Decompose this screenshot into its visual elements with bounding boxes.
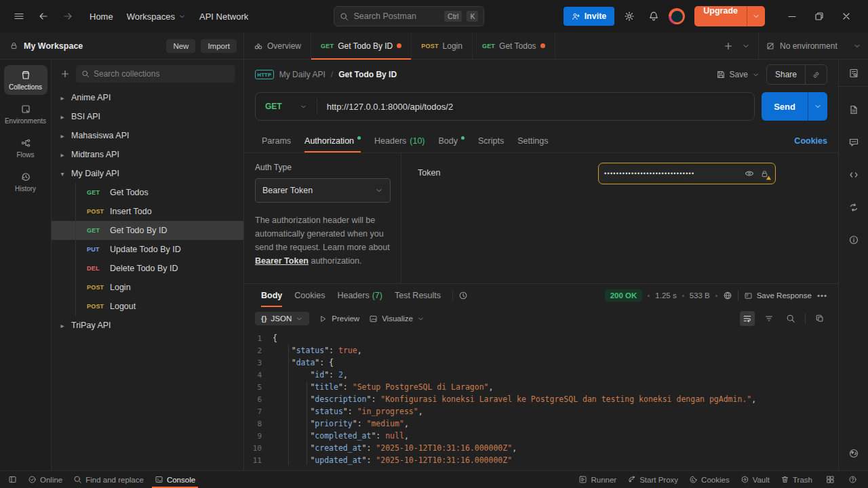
close-icon[interactable]: [834, 6, 859, 26]
chevron-right-icon[interactable]: ▸: [58, 94, 66, 102]
import-button[interactable]: Import: [201, 39, 237, 53]
request-tab-params[interactable]: Params: [255, 129, 298, 152]
request-tab-authorization[interactable]: Authorization: [298, 129, 368, 152]
doc-icon[interactable]: [848, 104, 859, 115]
response-history-clock-icon[interactable]: [458, 291, 468, 300]
invite-button[interactable]: Invite: [564, 7, 615, 26]
response-more-ellipsis-icon[interactable]: •••: [817, 291, 827, 300]
send-button[interactable]: Send: [762, 92, 827, 121]
breadcrumb-collection[interactable]: My Daily API: [279, 70, 326, 79]
response-tab-test-results[interactable]: Test Results: [389, 284, 447, 307]
request-item-get-todo-by-id[interactable]: GETGet Todo By ID: [52, 221, 243, 240]
request-tab-body[interactable]: Body: [432, 129, 472, 152]
auth-type-select[interactable]: Bearer Token: [255, 178, 391, 203]
upgrade-button[interactable]: Upgrade: [694, 6, 765, 26]
chevron-right-icon[interactable]: ▸: [58, 151, 66, 159]
statusbar-console[interactable]: Console: [149, 471, 201, 488]
menu-icon[interactable]: [9, 7, 28, 26]
tab-login[interactable]: POSTLogin: [412, 33, 473, 59]
format-select[interactable]: {} JSON: [255, 312, 309, 325]
info-icon[interactable]: [848, 235, 859, 245]
notifications-bell-icon[interactable]: [644, 7, 663, 26]
comment-icon[interactable]: [848, 137, 859, 148]
top-nav-api-network[interactable]: API Network: [193, 7, 255, 26]
top-nav-workspaces[interactable]: Workspaces: [120, 7, 193, 26]
settings-gear-icon[interactable]: [620, 7, 639, 26]
request-item-login[interactable]: POSTLogin: [52, 278, 243, 297]
collection-item-anime-api[interactable]: ▸Anime API: [52, 88, 243, 107]
tab-get-todos[interactable]: GETGet Todos: [473, 33, 555, 59]
response-tab-body[interactable]: Body: [255, 284, 288, 307]
upgrade-chevron-icon[interactable]: [747, 6, 765, 26]
statusbar-find-and-replace[interactable]: Find and replace: [68, 471, 149, 488]
sync-icon[interactable]: [848, 202, 859, 213]
collection-item-midtrans-api[interactable]: ▸Midtrans API: [52, 145, 243, 164]
global-search[interactable]: Search Postman Ctrl K: [334, 6, 484, 26]
new-button[interactable]: New: [166, 39, 195, 53]
request-tab-scripts[interactable]: Scripts: [471, 129, 511, 152]
cookies-link[interactable]: Cookies: [794, 136, 827, 146]
wrap-text-icon[interactable]: [740, 311, 755, 326]
request-item-update-todo-by-id[interactable]: PUTUpdate Todo By ID: [52, 240, 243, 259]
help-icon[interactable]: [843, 471, 863, 488]
chevron-right-icon[interactable]: ▸: [58, 322, 66, 329]
tab-list-chevron-icon[interactable]: [742, 42, 750, 50]
environment-quick-look-icon[interactable]: [848, 68, 859, 79]
code-icon[interactable]: [848, 169, 859, 180]
request-tab-headers[interactable]: Headers(10): [368, 129, 431, 152]
preview-button[interactable]: Preview: [319, 314, 359, 323]
token-input[interactable]: ••••••••••••••••••••••••••••••: [598, 163, 776, 184]
statusbar-runner[interactable]: Runner: [573, 471, 622, 488]
copy-link-icon[interactable]: [805, 65, 827, 84]
collection-item-tripay-api[interactable]: ▸TriPay API: [52, 316, 243, 335]
request-item-get-todos[interactable]: GETGet Todos: [52, 183, 243, 202]
statusbar-start-proxy[interactable]: Start Proxy: [622, 471, 684, 488]
search-response-icon[interactable]: [783, 311, 798, 326]
response-tab-headers[interactable]: Headers(7): [331, 284, 389, 307]
request-item-logout[interactable]: POSTLogout: [52, 297, 243, 316]
minimize-icon[interactable]: [780, 6, 804, 26]
chevron-right-icon[interactable]: ▸: [58, 132, 66, 140]
chevron-down-icon[interactable]: ▾: [58, 170, 66, 178]
copy-response-icon[interactable]: [812, 311, 827, 326]
add-collection-plus-icon[interactable]: [60, 68, 71, 79]
response-body-viewer[interactable]: 1{2 "status": true,3 "data": {4 "id": 2,…: [244, 330, 838, 470]
tab-get-todo-by-id[interactable]: GETGet Todo By ID: [311, 33, 412, 59]
back-arrow-icon[interactable]: [34, 7, 53, 26]
url-input[interactable]: http://127.0.0.1:8000/api/todos/2: [317, 102, 462, 112]
toggle-sidebar-icon[interactable]: [5, 471, 20, 488]
collection-item-bsi-api[interactable]: ▸BSI API: [52, 107, 243, 126]
tab-overview[interactable]: Overview: [244, 33, 311, 59]
bearer-token-link[interactable]: Bearer Token: [255, 256, 309, 266]
search-collections-input[interactable]: Search collections: [76, 65, 235, 83]
response-tab-cookies[interactable]: Cookies: [288, 284, 331, 307]
collection-item-mahasiswa-api[interactable]: ▸Mahasiswa API: [52, 126, 243, 145]
environment-selector[interactable]: No environment: [758, 33, 868, 59]
rail-item-collections[interactable]: Collections: [4, 65, 47, 95]
request-item-insert-todo[interactable]: POSTInsert Todo: [52, 202, 243, 221]
user-avatar[interactable]: [669, 8, 685, 24]
network-globe-icon[interactable]: [723, 291, 732, 300]
save-button[interactable]: Save: [716, 70, 760, 79]
statusbar-trash[interactable]: Trash: [775, 471, 818, 488]
save-response-button[interactable]: Save Response: [744, 291, 812, 300]
rail-item-history[interactable]: History: [4, 167, 47, 197]
share-button[interactable]: Share: [766, 64, 827, 85]
request-tab-settings[interactable]: Settings: [511, 129, 555, 152]
method-selector[interactable]: GET: [256, 98, 317, 115]
rail-item-environments[interactable]: Environments: [4, 99, 47, 129]
workspace-switcher[interactable]: My Workspace New Import: [0, 33, 244, 59]
save-chevron-icon[interactable]: [752, 71, 760, 79]
statusbar-cookies[interactable]: Cookies: [684, 471, 735, 488]
visualize-button[interactable]: Visualize: [369, 314, 425, 323]
forward-arrow-icon[interactable]: [58, 7, 77, 26]
secret-lock-warning-icon[interactable]: [759, 168, 770, 179]
split-pane-icon[interactable]: [821, 471, 840, 488]
filter-icon[interactable]: [762, 311, 776, 326]
maximize-icon[interactable]: [807, 6, 831, 26]
statusbar-online[interactable]: Online: [22, 471, 68, 488]
statusbar-vault[interactable]: Vault: [735, 471, 775, 488]
postbot-icon[interactable]: [848, 448, 859, 459]
send-chevron-icon[interactable]: [808, 92, 827, 121]
top-nav-home[interactable]: Home: [83, 7, 120, 26]
